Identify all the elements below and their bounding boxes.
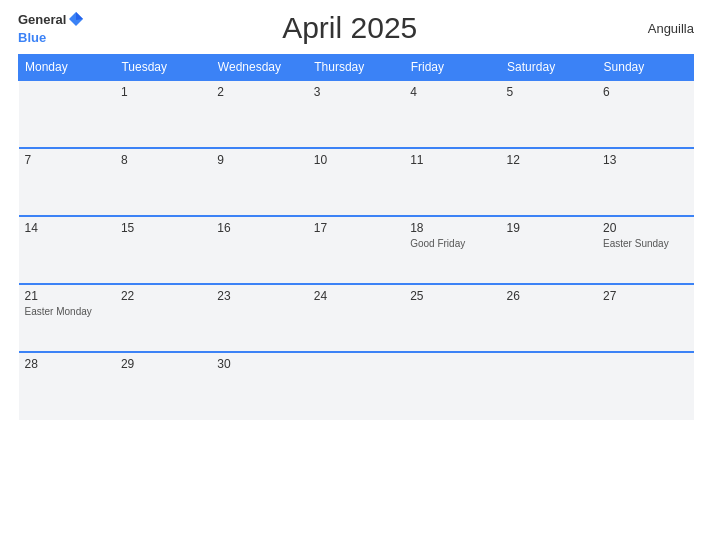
day-number: 4: [410, 85, 494, 99]
day-number: 28: [25, 357, 109, 371]
day-number: 8: [121, 153, 205, 167]
calendar-body: 123456789101112131415161718Good Friday19…: [19, 80, 694, 420]
table-row: 27: [597, 284, 693, 352]
table-row: 28: [19, 352, 115, 420]
logo-icon: [67, 10, 85, 28]
table-row: 23: [211, 284, 307, 352]
table-row: [597, 352, 693, 420]
calendar-page: General Blue April 2025 Anguilla Monday …: [0, 0, 712, 550]
day-number: 10: [314, 153, 398, 167]
holiday-label: Easter Sunday: [603, 237, 687, 250]
table-row: [501, 352, 597, 420]
day-number: 11: [410, 153, 494, 167]
table-row: 9: [211, 148, 307, 216]
col-monday: Monday: [19, 55, 115, 81]
table-row: 4: [404, 80, 500, 148]
table-row: 16: [211, 216, 307, 284]
day-number: 22: [121, 289, 205, 303]
table-row: 20Easter Sunday: [597, 216, 693, 284]
col-tuesday: Tuesday: [115, 55, 211, 81]
table-row: 6: [597, 80, 693, 148]
day-number: 18: [410, 221, 494, 235]
calendar-week-row: 78910111213: [19, 148, 694, 216]
table-row: 19: [501, 216, 597, 284]
table-row: [308, 352, 404, 420]
table-row: 5: [501, 80, 597, 148]
table-row: 3: [308, 80, 404, 148]
table-row: 13: [597, 148, 693, 216]
col-saturday: Saturday: [501, 55, 597, 81]
table-row: [404, 352, 500, 420]
svg-marker-1: [76, 12, 83, 20]
day-number: 27: [603, 289, 687, 303]
day-number: 19: [507, 221, 591, 235]
table-row: 14: [19, 216, 115, 284]
table-row: 18Good Friday: [404, 216, 500, 284]
day-number: 6: [603, 85, 687, 99]
logo-general-text: General: [18, 13, 66, 26]
table-row: 11: [404, 148, 500, 216]
day-number: 25: [410, 289, 494, 303]
calendar-week-row: 123456: [19, 80, 694, 148]
day-number: 16: [217, 221, 301, 235]
col-thursday: Thursday: [308, 55, 404, 81]
table-row: 29: [115, 352, 211, 420]
day-number: 26: [507, 289, 591, 303]
table-row: 21Easter Monday: [19, 284, 115, 352]
col-wednesday: Wednesday: [211, 55, 307, 81]
calendar-header-row: Monday Tuesday Wednesday Thursday Friday…: [19, 55, 694, 81]
day-number: 14: [25, 221, 109, 235]
calendar-week-row: 21Easter Monday222324252627: [19, 284, 694, 352]
day-number: 17: [314, 221, 398, 235]
calendar-title: April 2025: [85, 11, 614, 45]
day-number: 15: [121, 221, 205, 235]
country-label: Anguilla: [614, 21, 694, 36]
day-number: 3: [314, 85, 398, 99]
day-number: 23: [217, 289, 301, 303]
col-friday: Friday: [404, 55, 500, 81]
table-row: [19, 80, 115, 148]
day-number: 30: [217, 357, 301, 371]
day-number: 29: [121, 357, 205, 371]
table-row: 10: [308, 148, 404, 216]
calendar-table: Monday Tuesday Wednesday Thursday Friday…: [18, 54, 694, 420]
calendar-week-row: 1415161718Good Friday1920Easter Sunday: [19, 216, 694, 284]
day-number: 9: [217, 153, 301, 167]
table-row: 26: [501, 284, 597, 352]
day-number: 7: [25, 153, 109, 167]
table-row: 15: [115, 216, 211, 284]
holiday-label: Easter Monday: [25, 305, 109, 318]
table-row: 7: [19, 148, 115, 216]
day-number: 12: [507, 153, 591, 167]
logo-blue-text: Blue: [18, 30, 46, 45]
day-number: 13: [603, 153, 687, 167]
table-row: 30: [211, 352, 307, 420]
table-row: 2: [211, 80, 307, 148]
day-number: 1: [121, 85, 205, 99]
calendar-header: General Blue April 2025 Anguilla: [18, 10, 694, 46]
col-sunday: Sunday: [597, 55, 693, 81]
table-row: 17: [308, 216, 404, 284]
day-number: 5: [507, 85, 591, 99]
table-row: 1: [115, 80, 211, 148]
table-row: 22: [115, 284, 211, 352]
day-number: 20: [603, 221, 687, 235]
logo: General Blue: [18, 10, 85, 46]
day-number: 2: [217, 85, 301, 99]
calendar-week-row: 282930: [19, 352, 694, 420]
day-number: 21: [25, 289, 109, 303]
day-number: 24: [314, 289, 398, 303]
table-row: 25: [404, 284, 500, 352]
holiday-label: Good Friday: [410, 237, 494, 250]
table-row: 24: [308, 284, 404, 352]
table-row: 8: [115, 148, 211, 216]
table-row: 12: [501, 148, 597, 216]
